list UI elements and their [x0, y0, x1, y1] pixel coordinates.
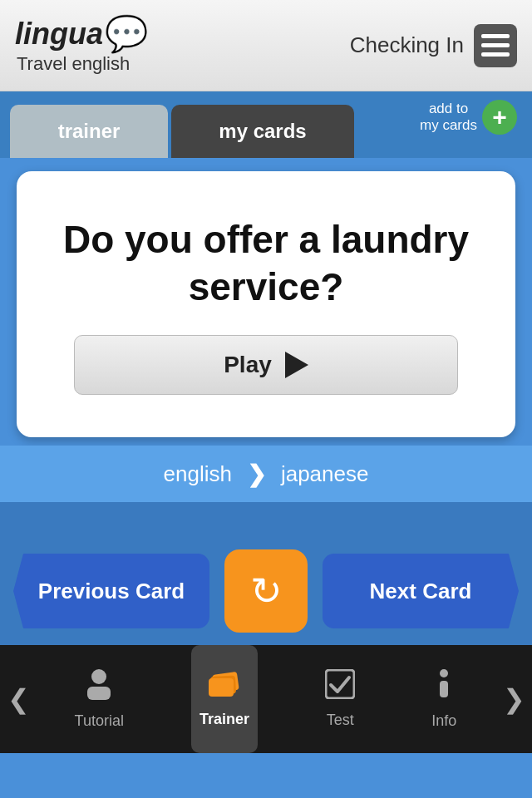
svg-rect-1: [87, 687, 111, 700]
test-checkmark-icon: [325, 669, 355, 707]
refresh-button[interactable]: ↻: [224, 549, 308, 633]
flashcard: Do you offer a laundry service? Play: [17, 171, 515, 437]
play-button[interactable]: Play: [74, 335, 458, 395]
add-to-cards-label: add to my cards: [420, 101, 477, 135]
menu-line: [481, 34, 510, 38]
logo-text: lingua: [15, 19, 103, 49]
menu-line: [481, 43, 510, 47]
bottom-tab-tutorial-label: Tutorial: [75, 712, 124, 730]
add-circle-icon[interactable]: +: [482, 100, 517, 135]
language-arrow-icon: ❯: [247, 461, 266, 488]
target-language: japanese: [281, 461, 369, 487]
language-bar: english ❯ japanese: [0, 446, 532, 502]
play-triangle-icon: [285, 352, 308, 378]
bottom-tab-bar: ❮ Tutorial Trainer: [0, 645, 532, 753]
previous-card-label: Previous Card: [38, 579, 185, 604]
card-container: Do you offer a laundry service? Play: [0, 158, 532, 446]
bottom-tab-tutorial[interactable]: Tutorial: [66, 645, 132, 753]
svg-point-0: [91, 669, 106, 684]
next-card-button[interactable]: Next Card: [323, 554, 519, 628]
svg-point-6: [440, 669, 448, 677]
bottom-tab-test-label: Test: [327, 712, 354, 729]
navigation-buttons: Previous Card ↻ Next Card: [0, 537, 532, 645]
logo-area: lingua 💬 Travel english: [15, 17, 148, 75]
svg-rect-7: [440, 681, 448, 697]
bottom-tab-info-label: Info: [431, 712, 456, 730]
tab-bar: trainer my cards add to my cards +: [0, 91, 532, 158]
card-question: Do you offer a laundry service?: [40, 216, 492, 312]
mid-spacer: [0, 502, 532, 537]
menu-line: [481, 52, 510, 57]
header-right: Checking In: [350, 24, 517, 67]
info-icon: [431, 668, 457, 707]
previous-card-button[interactable]: Previous Card: [13, 554, 209, 628]
tab-mycards[interactable]: my cards: [171, 105, 354, 158]
next-card-label: Next Card: [370, 579, 472, 604]
menu-icon[interactable]: [474, 24, 517, 67]
checking-in-label: Checking In: [350, 32, 464, 58]
play-label: Play: [224, 352, 272, 378]
tab-trainer-label: trainer: [58, 120, 121, 143]
add-to-cards-row: add to my cards +: [420, 100, 517, 135]
header: lingua 💬 Travel english Checking In: [0, 0, 532, 91]
source-language: english: [164, 461, 232, 487]
bottom-tab-test[interactable]: Test: [317, 645, 363, 753]
speech-bubble-icon: 💬: [105, 17, 148, 52]
tutorial-person-icon: [85, 668, 113, 707]
logo-lingua: lingua 💬: [15, 17, 148, 52]
bottom-left-arrow[interactable]: ❮: [0, 645, 37, 753]
bottom-tab-trainer-label: Trainer: [200, 711, 249, 728]
trainer-cards-icon: [207, 670, 242, 706]
bottom-tab-info[interactable]: Info: [422, 645, 466, 753]
bottom-right-arrow[interactable]: ❯: [495, 645, 532, 753]
bottom-tab-trainer[interactable]: Trainer: [191, 645, 258, 753]
tab-trainer[interactable]: trainer: [10, 105, 168, 158]
tab-mycards-label: my cards: [219, 120, 306, 143]
logo-subtitle: Travel english: [17, 53, 148, 75]
bottom-tabs: Tutorial Trainer Test: [37, 645, 495, 753]
svg-rect-4: [209, 678, 234, 697]
add-to-cards-button[interactable]: add to my cards +: [420, 100, 517, 135]
refresh-icon: ↻: [250, 569, 283, 613]
